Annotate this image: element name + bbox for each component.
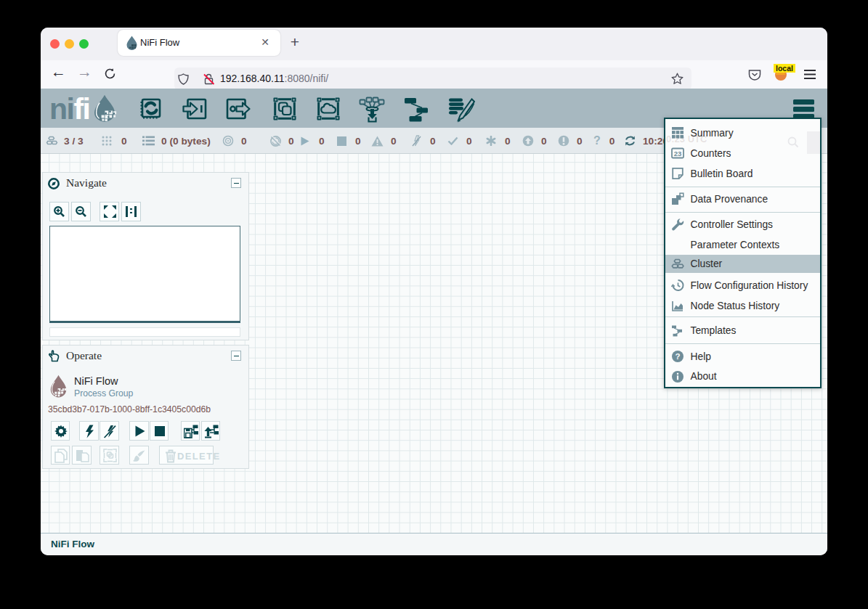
svg-text:?: ?	[675, 352, 680, 361]
svg-text:23: 23	[674, 150, 682, 158]
